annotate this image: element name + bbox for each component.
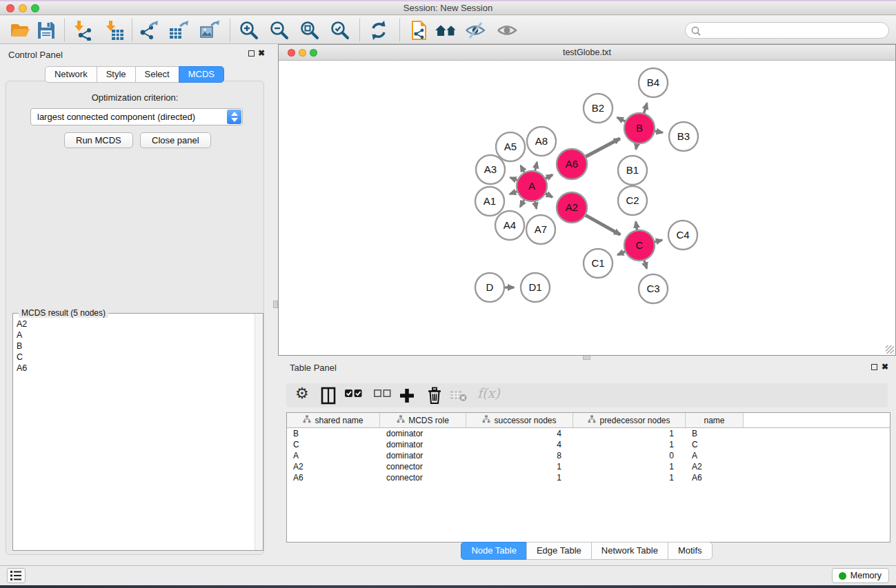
table-cell[interactable]: C [287, 439, 380, 450]
memory-label: Memory [850, 571, 882, 580]
table-cell[interactable]: 1 [573, 461, 686, 472]
table-cell[interactable]: 4 [466, 428, 573, 439]
graph-edge-A2-C[interactable] [583, 214, 620, 235]
control-tab-select[interactable]: Select [135, 66, 179, 83]
column-header-name[interactable]: name [686, 413, 744, 427]
float-panel-icon[interactable] [871, 364, 877, 370]
export-image-icon[interactable] [199, 20, 220, 41]
table-cell[interactable]: 1 [466, 472, 573, 483]
close-panel-icon[interactable]: ✖ [882, 362, 888, 372]
mcds-result-item[interactable]: C [17, 352, 254, 363]
table-row[interactable]: Adominator80A [287, 450, 890, 461]
table-toolbar: ⚙ f(x) [286, 383, 888, 407]
show-all-icon[interactable] [497, 20, 517, 41]
export-network-icon[interactable] [138, 20, 159, 41]
create-column-plus-icon[interactable] [399, 388, 415, 406]
zoom-fit-icon[interactable] [299, 20, 320, 41]
column-header-MCDS-role[interactable]: MCDS role [380, 413, 466, 427]
window-titlebar: Session: New Session [0, 0, 896, 15]
import-network-icon[interactable] [72, 20, 92, 41]
column-header-predecessor-nodes[interactable]: predecessor nodes [573, 413, 686, 427]
new-network-from-file-icon[interactable] [408, 20, 429, 41]
table-cell[interactable]: dominator [380, 428, 466, 439]
first-neighbors-icon[interactable] [435, 20, 455, 41]
table-row[interactable]: A6connector11A6 [287, 472, 890, 483]
mcds-result-item[interactable]: B [17, 341, 254, 352]
table-cell[interactable]: 1 [573, 428, 686, 439]
control-tab-style[interactable]: Style [97, 66, 136, 83]
table-cell[interactable]: A2 [287, 461, 380, 472]
table-cell[interactable]: A6 [287, 472, 380, 483]
delete-column-trash-icon[interactable] [426, 387, 443, 407]
show-columns-icon[interactable] [320, 387, 337, 407]
table-row[interactable]: A2connector11A2 [287, 461, 890, 472]
shared-column-icon [397, 415, 405, 425]
table-cell[interactable]: 1 [573, 439, 686, 450]
table-cell[interactable]: 0 [573, 450, 686, 461]
task-history-list-button[interactable] [7, 568, 26, 583]
table-cell[interactable]: connector [380, 461, 466, 472]
application-window: Session: New Session [0, 0, 896, 588]
control-tab-network[interactable]: Network [45, 66, 97, 83]
zoom-selected-icon[interactable] [330, 20, 350, 41]
search-input[interactable] [704, 23, 883, 37]
save-session-icon[interactable] [36, 20, 57, 41]
select-all-columns-icon[interactable] [345, 389, 362, 401]
control-tab-mcds[interactable]: MCDS [179, 66, 224, 83]
table-tab-node-table[interactable]: Node Table [461, 542, 527, 560]
table-cell[interactable]: 1 [573, 472, 686, 483]
graph-node-label-A3: A3 [484, 163, 497, 175]
toolbar-search-field[interactable] [685, 22, 889, 39]
table-row[interactable]: Cdominator41C [287, 439, 890, 450]
open-session-icon[interactable] [10, 20, 30, 41]
result-scrollbar[interactable] [255, 314, 263, 550]
memory-button[interactable]: Memory [832, 568, 889, 583]
mcds-result-item[interactable]: A [17, 330, 254, 341]
import-table-icon[interactable] [103, 20, 124, 41]
float-panel-icon[interactable] [248, 50, 255, 57]
table-cell[interactable]: A [686, 450, 744, 461]
table-cell[interactable]: A6 [686, 472, 744, 483]
table-settings-gear-icon[interactable]: ⚙ [295, 385, 309, 403]
table-cell[interactable]: B [686, 428, 744, 439]
hide-selected-icon[interactable] [465, 20, 486, 41]
export-table-icon[interactable] [168, 20, 189, 41]
table-cell[interactable]: dominator [380, 450, 466, 461]
refresh-layout-icon[interactable] [368, 20, 389, 41]
split-divider-handle[interactable] [273, 301, 278, 308]
table-cell[interactable]: A2 [686, 461, 744, 472]
network-canvas[interactable]: AA1A2A3A4A5A6A7A8BB1B2B3B4CC1C2C3C4DD1 [279, 61, 895, 355]
table-cell[interactable]: 8 [466, 450, 573, 461]
table-cell[interactable]: dominator [380, 439, 466, 450]
table-tab-motifs[interactable]: Motifs [668, 542, 713, 560]
node-table[interactable]: shared nameMCDS rolesuccessor nodesprede… [286, 412, 890, 543]
table-cell[interactable]: B [287, 428, 380, 439]
criterion-dropdown[interactable]: largest connected component (directed) [30, 108, 243, 125]
run-mcds-button[interactable]: Run MCDS [64, 132, 133, 148]
deselect-all-columns-icon[interactable] [374, 389, 391, 401]
table-cell[interactable]: 4 [466, 439, 573, 450]
toolbar-separator [399, 19, 400, 41]
graph-node-label-A2: A2 [566, 201, 578, 213]
table-row[interactable]: Bdominator41B [287, 428, 890, 439]
table-cell[interactable]: connector [380, 472, 466, 483]
window-resize-grip[interactable] [886, 345, 894, 354]
column-header-shared-name[interactable]: shared name [287, 413, 380, 427]
close-panel-button[interactable]: Close panel [140, 132, 211, 148]
mcds-result-item[interactable]: A6 [17, 363, 254, 374]
graph-node-label-B4: B4 [647, 77, 659, 88]
mcds-result-list[interactable]: A2ABCA6 [14, 318, 254, 549]
table-header-row: shared nameMCDS rolesuccessor nodesprede… [287, 413, 890, 428]
table-tab-edge-table[interactable]: Edge Table [526, 542, 592, 560]
zoom-out-icon[interactable] [269, 20, 290, 41]
table-cell[interactable]: A [287, 450, 380, 461]
column-header-successor-nodes[interactable]: successor nodes [466, 413, 573, 427]
mcds-result-item[interactable]: A2 [17, 318, 254, 330]
graph-edge-A6-B[interactable] [583, 139, 620, 159]
close-panel-icon[interactable]: ✖ [258, 48, 265, 58]
network-graph[interactable]: AA1A2A3A4A5A6A7A8BB1B2B3B4CC1C2C3C4DD1 [279, 61, 895, 355]
table-cell[interactable]: 1 [466, 461, 573, 472]
table-cell[interactable]: C [686, 439, 744, 450]
table-tab-network-table[interactable]: Network Table [591, 542, 668, 560]
zoom-in-icon[interactable] [239, 20, 259, 41]
